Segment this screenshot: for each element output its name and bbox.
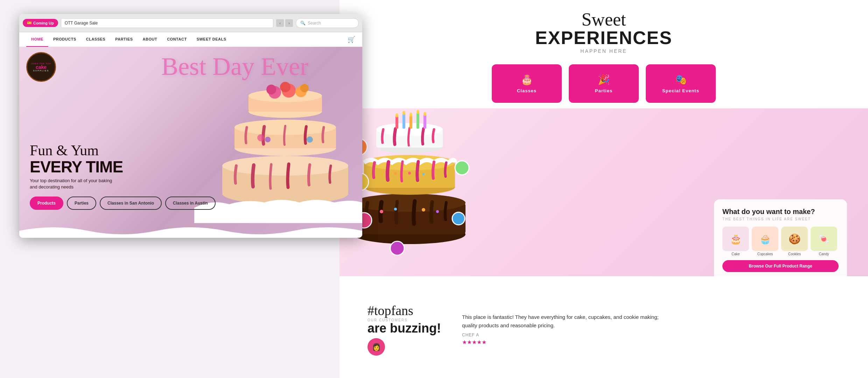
- site-nav: HOME PRODUCTS CLASSES PARTIES ABOUT CONT…: [19, 32, 362, 47]
- svg-rect-30: [416, 113, 419, 129]
- hero-content: Fun & Yum EVERY TIME Your top destinatio…: [30, 142, 216, 210]
- url-bar[interactable]: OTT Garage Sale: [61, 18, 273, 28]
- coming-up-badge[interactable]: 🎫 Coming Up: [23, 19, 58, 27]
- hero-title-script: Fun & Yum: [30, 142, 216, 158]
- nav-item-contact[interactable]: CONTACT: [162, 32, 191, 47]
- svg-point-48: [422, 173, 425, 175]
- testimonial-section: #topfans OUR CUSTOMERS are buzzing! 👩 Th…: [340, 280, 868, 378]
- special-events-icon: 🎭: [675, 74, 687, 85]
- chooser-title: What do you want to make?: [722, 208, 839, 216]
- sweet-experiences-header: Sweet EXPERIENCES HAPPEN HERE: [340, 0, 868, 61]
- classes-austin-button[interactable]: Classes in Austin: [165, 197, 216, 210]
- testimonial-quote: This place is fantastic! They have every…: [462, 313, 672, 330]
- sweet-sub-text: HAPPEN HERE: [346, 48, 861, 54]
- browser-toolbar: 🎫 Coming Up OTT Garage Sale ‹ › 🔍 Search: [19, 14, 362, 32]
- testimonial-text-block: This place is fantastic! They have every…: [462, 313, 672, 345]
- svg-point-14: [300, 84, 309, 92]
- site-logo[interactable]: OVER THE TOP cake SUPPLIES: [26, 52, 56, 82]
- svg-point-46: [436, 210, 439, 213]
- svg-point-12: [280, 82, 290, 92]
- svg-point-15: [257, 134, 264, 141]
- nav-arrows: ‹ ›: [276, 19, 293, 27]
- svg-point-45: [422, 208, 425, 212]
- browse-products-button[interactable]: Browse Our Full Product Range: [722, 260, 839, 272]
- parties-button[interactable]: Parties: [67, 197, 96, 210]
- svg-point-33: [402, 111, 405, 115]
- svg-point-20: [354, 194, 465, 212]
- svg-rect-28: [402, 114, 405, 129]
- buzzing-text: are buzzing!: [368, 322, 441, 335]
- svg-point-17: [307, 136, 313, 143]
- topfans-hashtag: #topfans: [368, 303, 441, 318]
- svg-point-47: [408, 172, 411, 174]
- svg-point-10: [266, 85, 276, 94]
- parties-card[interactable]: 🎉 Parties: [569, 64, 639, 103]
- nav-item-sweet-deals[interactable]: SWEET DEALS: [192, 32, 231, 47]
- nav-item-parties[interactable]: PARTIES: [110, 32, 138, 47]
- cart-icon[interactable]: 🛒: [348, 36, 355, 43]
- nav-left-button[interactable]: ‹: [276, 19, 284, 27]
- search-bar[interactable]: 🔍 Search: [296, 18, 359, 28]
- svg-point-40: [452, 212, 465, 225]
- products-button[interactable]: Products: [30, 197, 63, 210]
- hero-section: OVER THE TOP cake SUPPLIES Best Day Ever: [19, 47, 362, 238]
- classes-card[interactable]: 🎂 Classes: [492, 64, 562, 103]
- svg-point-43: [380, 210, 383, 213]
- svg-point-16: [265, 137, 271, 142]
- ticket-icon: 🎫: [27, 21, 32, 25]
- classes-icon: 🎂: [521, 74, 533, 85]
- topfans-block: #topfans OUR CUSTOMERS are buzzing! 👩: [368, 303, 441, 356]
- cake-3d-visual: [346, 87, 472, 257]
- pink-bg-section: What do you want to make? THE BEST THING…: [340, 108, 868, 276]
- product-thumbs: 🎂 Cake 🧁 Cupcakes 🍪 Cookies 🍬 Candy: [722, 227, 839, 256]
- classes-sa-button[interactable]: Classes in San Antonio: [100, 197, 162, 210]
- cupcakes-product[interactable]: 🧁 Cupcakes: [752, 227, 778, 256]
- nav-item-home[interactable]: HOME: [26, 32, 48, 47]
- cookies-product[interactable]: 🍪 Cookies: [781, 227, 808, 256]
- search-placeholder: Search: [308, 21, 321, 26]
- special-events-label: Special Events: [662, 88, 699, 93]
- sweet-script-text: Sweet: [346, 10, 861, 29]
- hero-subtitle: Your top destination for all of your bak…: [30, 178, 121, 190]
- sweet-bold-text: EXPERIENCES: [346, 29, 861, 47]
- testimonial-author: CHEF A: [462, 333, 672, 337]
- parties-label: Parties: [595, 88, 612, 93]
- special-events-card[interactable]: 🎭 Special Events: [646, 64, 716, 103]
- search-icon: 🔍: [300, 21, 306, 26]
- svg-point-35: [416, 110, 419, 114]
- nav-right-button[interactable]: ›: [285, 19, 293, 27]
- hero-title-bold: EVERY TIME: [30, 159, 216, 175]
- product-chooser-panel: What do you want to make? THE BEST THING…: [714, 199, 847, 280]
- url-text: OTT Garage Sale: [65, 21, 98, 26]
- nav-item-about[interactable]: ABOUT: [138, 32, 162, 47]
- browser-window: 🎫 Coming Up OTT Garage Sale ‹ › 🔍 Search…: [19, 14, 362, 238]
- svg-point-34: [410, 113, 412, 117]
- svg-rect-29: [410, 115, 412, 129]
- svg-point-49: [394, 172, 397, 175]
- svg-point-32: [396, 113, 398, 117]
- nav-item-products[interactable]: PRODUCTS: [48, 32, 81, 47]
- cake-product[interactable]: 🎂 Cake: [722, 227, 749, 256]
- hero-buttons: Products Parties Classes in San Antonio …: [30, 197, 216, 210]
- coming-up-label: Coming Up: [33, 21, 54, 25]
- right-panel: Sweet EXPERIENCES HAPPEN HERE 🎂 Classes …: [340, 0, 868, 378]
- classes-label: Classes: [517, 88, 537, 93]
- svg-point-42: [455, 161, 469, 175]
- nav-item-classes[interactable]: CLASSES: [81, 32, 110, 47]
- chooser-subtitle: THE BEST THINGS IN LIFE ARE SWEET: [722, 217, 839, 221]
- svg-rect-27: [396, 116, 398, 129]
- svg-point-36: [424, 112, 426, 116]
- testimonial-avatar: 👩: [368, 338, 385, 356]
- parties-icon: 🎉: [598, 74, 610, 85]
- svg-rect-31: [424, 115, 426, 129]
- testimonial-stars: ★★★★★: [462, 339, 672, 345]
- svg-point-44: [394, 208, 397, 211]
- svg-point-39: [390, 241, 404, 255]
- candy-product[interactable]: 🍬 Candy: [811, 227, 837, 256]
